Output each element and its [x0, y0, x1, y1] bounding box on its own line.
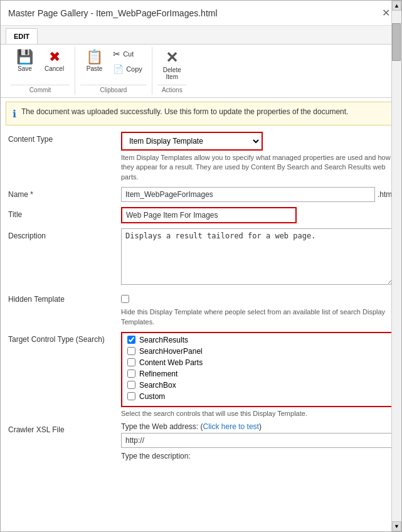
content-web-parts-label: Content Web Parts — [139, 358, 203, 367]
title-input[interactable] — [121, 207, 297, 223]
crawler-description-label: Type the description: — [121, 452, 394, 460]
search-results-label: SearchResults — [139, 336, 188, 344]
tab-edit[interactable]: EDIT — [6, 28, 38, 44]
custom-label: Custom — [139, 392, 165, 401]
form-area: Content Type Item Display Template Item … — [1, 129, 401, 531]
ribbon-group-commit: 💾 Save ✖ Cancel Commit — [6, 47, 75, 95]
cut-icon: ✂ — [113, 49, 120, 59]
name-row: Name * .html — [8, 187, 394, 202]
target-control-description: Select the search controls that will use… — [121, 410, 394, 417]
title-label: Title — [8, 207, 121, 219]
info-bar: ℹ The document was uploaded successfully… — [6, 102, 396, 125]
ribbon-group-actions: ✕ DeleteItem Actions — [152, 47, 192, 95]
name-field: .html — [121, 187, 394, 202]
name-label: Name * — [8, 187, 121, 199]
save-label: Save — [18, 65, 32, 72]
content-type-select-row: Item Display Template — [121, 132, 263, 151]
actions-group-label: Actions — [157, 85, 187, 95]
main-window: Master Page Gallery - Item_WebPageForIma… — [0, 0, 402, 532]
search-hover-panel-checkbox[interactable] — [127, 347, 135, 355]
content-web-parts-checkbox[interactable] — [127, 358, 135, 366]
name-input-row: .html — [121, 187, 394, 202]
content-type-row: Content Type Item Display Template Item … — [8, 132, 394, 182]
copy-icon: 📄 — [113, 64, 124, 74]
crawler-address-label: Type the Web address: (Click here to tes… — [121, 422, 394, 431]
crawler-xsl-label: Crawler XSL File — [8, 422, 121, 434]
ribbon-group-clipboard: 📋 Paste ✂ Cut 📄 Copy Clipboa — [75, 47, 152, 95]
ribbon: EDIT 💾 Save ✖ Cancel Commit — [1, 26, 401, 98]
title-bar: Master Page Gallery - Item_WebPageForIma… — [1, 1, 401, 26]
custom-checkbox[interactable] — [127, 392, 135, 400]
ribbon-content: 💾 Save ✖ Cancel Commit 📋 Paste — [1, 44, 401, 97]
description-field: Displays a result tailored for a web pag… — [121, 228, 394, 287]
cut-button[interactable]: ✂ Cut — [108, 47, 147, 61]
clipboard-group-items: 📋 Paste ✂ Cut 📄 Copy — [80, 47, 147, 83]
target-control-type-field: SearchResults SearchHoverPanel Content W… — [121, 332, 394, 417]
copy-label: Copy — [126, 65, 142, 73]
scrollbar-down-button[interactable]: ▼ — [392, 521, 401, 531]
actions-group-items: ✕ DeleteItem — [157, 47, 187, 83]
custom-option: Custom — [127, 392, 388, 401]
name-input[interactable] — [121, 187, 375, 202]
content-type-label: Content Type — [8, 132, 121, 144]
paste-button[interactable]: 📋 Paste — [80, 47, 108, 75]
search-box-option: SearchBox — [127, 381, 388, 390]
hidden-template-field: Hide this Display Template where people … — [121, 292, 394, 327]
delete-item-button[interactable]: ✕ DeleteItem — [157, 47, 187, 83]
cancel-icon: ✖ — [49, 50, 60, 64]
window-title: Master Page Gallery - Item_WebPageForIma… — [8, 8, 218, 18]
search-box-label: SearchBox — [139, 381, 176, 390]
info-message: The document was uploaded successfully. … — [21, 107, 348, 116]
target-control-type-label: Target Control Type (Search) — [8, 332, 121, 344]
content-type-field: Item Display Template Item Display Templ… — [121, 132, 394, 182]
target-control-box: SearchResults SearchHoverPanel Content W… — [121, 332, 394, 407]
search-results-option: SearchResults — [127, 336, 388, 344]
scrollbar-track — [392, 11, 401, 521]
scrollbar-up-button[interactable]: ▲ — [392, 1, 401, 11]
description-label: Description — [8, 228, 121, 240]
clipboard-small-buttons: ✂ Cut 📄 Copy — [108, 47, 147, 76]
search-results-checkbox[interactable] — [127, 336, 135, 344]
search-hover-panel-label: SearchHoverPanel — [139, 347, 203, 356]
crawler-xsl-field: Type the Web address: (Click here to tes… — [121, 422, 394, 462]
content-type-select[interactable]: Item Display Template — [123, 134, 261, 149]
cut-label: Cut — [123, 50, 134, 58]
delete-icon: ✕ — [166, 50, 178, 65]
search-box-checkbox[interactable] — [127, 381, 135, 389]
hidden-template-checkbox[interactable] — [121, 295, 129, 303]
save-button[interactable]: 💾 Save — [11, 47, 39, 75]
description-textarea[interactable]: Displays a result tailored for a web pag… — [121, 228, 394, 285]
crawler-test-link[interactable]: Click here to test — [203, 422, 259, 431]
clipboard-group-label: Clipboard — [80, 85, 147, 95]
cancel-button[interactable]: ✖ Cancel — [39, 47, 70, 75]
content-web-parts-option: Content Web Parts — [127, 358, 388, 367]
content-type-description: Item Display Templates allow you to spec… — [121, 153, 394, 182]
delete-label: DeleteItem — [163, 66, 181, 80]
target-control-type-row: Target Control Type (Search) SearchResul… — [8, 332, 394, 417]
scrollbar[interactable]: ▲ ▼ — [391, 1, 401, 531]
ribbon-tab-bar: EDIT — [1, 26, 401, 44]
scrollbar-thumb[interactable] — [392, 23, 401, 61]
copy-button[interactable]: 📄 Copy — [108, 62, 147, 76]
crawler-xsl-row: Crawler XSL File Type the Web address: (… — [8, 422, 394, 462]
crawler-url-input[interactable] — [121, 433, 394, 448]
refinement-checkbox[interactable] — [127, 370, 135, 378]
description-row: Description Displays a result tailored f… — [8, 228, 394, 287]
save-icon: 💾 — [16, 50, 33, 64]
paste-icon: 📋 — [86, 50, 103, 64]
commit-group-label: Commit — [11, 85, 70, 95]
cancel-label: Cancel — [45, 65, 64, 72]
refinement-option: Refinement — [127, 370, 388, 378]
commit-group-items: 💾 Save ✖ Cancel — [11, 47, 70, 83]
hidden-template-help: Hide this Display Template where people … — [121, 307, 394, 327]
paste-label: Paste — [87, 65, 103, 72]
refinement-label: Refinement — [139, 370, 177, 378]
title-row: Title — [8, 207, 394, 223]
info-icon: ℹ — [13, 108, 16, 120]
hidden-template-row: Hidden Template Hide this Display Templa… — [8, 292, 394, 327]
hidden-template-label: Hidden Template — [8, 292, 121, 304]
search-hover-panel-option: SearchHoverPanel — [127, 347, 388, 356]
title-field — [121, 207, 394, 223]
